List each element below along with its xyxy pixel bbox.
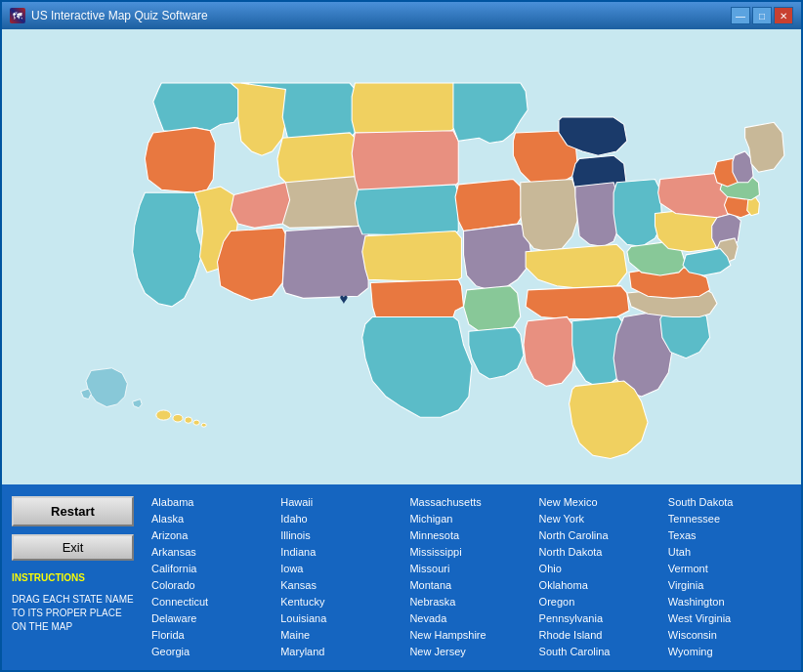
svg-marker-21 [464, 286, 521, 332]
state-item[interactable]: Alaska [151, 511, 276, 527]
svg-marker-14 [355, 185, 458, 236]
state-item[interactable]: North Carolina [539, 527, 664, 544]
state-item[interactable]: Illinois [280, 527, 405, 544]
state-item[interactable]: New Jersey [409, 644, 534, 660]
state-item[interactable]: Florida [151, 627, 276, 644]
svg-marker-7 [277, 133, 359, 183]
svg-marker-10 [217, 228, 285, 300]
state-item[interactable]: Washington [668, 594, 793, 610]
bottom-panel: Restart Exit INSTRUCTIONS DRAG EACH STAT… [2, 484, 801, 670]
state-item[interactable]: Delaware [151, 610, 276, 627]
svg-point-54 [173, 414, 183, 422]
state-item[interactable]: Oregon [539, 594, 664, 610]
states-column-5: South DakotaTennesseeTexasUtahVermontVir… [668, 494, 793, 660]
window-title: US Interactive Map Quiz Software [31, 9, 208, 22]
svg-marker-26 [521, 180, 577, 252]
state-item[interactable]: Pennsylvania [539, 610, 664, 627]
state-item[interactable]: California [151, 561, 276, 577]
svg-marker-13 [352, 131, 458, 189]
svg-point-57 [201, 423, 206, 427]
state-item[interactable]: Montana [409, 577, 534, 594]
states-column-3: MassachusettsMichiganMinnesotaMississipp… [409, 494, 534, 660]
state-item[interactable]: Louisiana [280, 610, 405, 627]
maximize-button[interactable]: □ [752, 7, 772, 24]
state-item[interactable]: Georgia [151, 644, 276, 660]
svg-marker-16 [370, 279, 463, 316]
state-item[interactable]: Oklahoma [539, 577, 664, 594]
svg-marker-19 [455, 180, 524, 231]
state-item[interactable]: Nebraska [409, 594, 534, 610]
state-item[interactable]: Alabama [151, 494, 276, 511]
state-item[interactable]: Arizona [151, 527, 276, 544]
state-item[interactable]: Minnesota [409, 527, 534, 544]
left-controls: Restart Exit INSTRUCTIONS DRAG EACH STAT… [2, 484, 144, 670]
state-item[interactable]: Indiana [280, 544, 405, 561]
state-item[interactable]: New Hampshire [409, 627, 534, 644]
state-item[interactable]: Utah [668, 544, 793, 561]
svg-point-53 [156, 410, 171, 420]
state-item[interactable]: Wyoming [668, 644, 793, 660]
state-item[interactable]: North Dakota [539, 544, 664, 561]
svg-marker-15 [362, 231, 462, 283]
state-item[interactable]: Massachusetts [409, 494, 534, 511]
svg-point-55 [185, 417, 192, 423]
instructions-header: INSTRUCTIONS [12, 572, 134, 583]
state-item[interactable]: Michigan [409, 511, 534, 527]
state-item[interactable]: Kentucky [280, 594, 405, 610]
map-area: ♥ [2, 29, 801, 484]
state-item[interactable]: Colorado [151, 577, 276, 594]
state-item[interactable]: Iowa [280, 561, 405, 577]
state-item[interactable]: Idaho [280, 511, 405, 527]
state-item[interactable]: South Dakota [668, 494, 793, 511]
state-item[interactable]: Tennessee [668, 511, 793, 527]
title-bar-left: 🗺 US Interactive Map Quiz Software [10, 8, 208, 23]
state-item[interactable]: Ohio [539, 561, 664, 577]
states-list: AlabamaAlaskaArizonaArkansasCaliforniaCo… [144, 484, 801, 670]
state-item[interactable]: Hawaii [280, 494, 405, 511]
state-item[interactable]: New York [539, 511, 664, 527]
svg-text:♥: ♥ [339, 291, 348, 307]
svg-marker-8 [279, 176, 365, 228]
state-item[interactable]: Vermont [668, 561, 793, 577]
us-map[interactable]: ♥ [2, 29, 801, 484]
state-item[interactable]: Mississippi [409, 544, 534, 561]
exit-button[interactable]: Exit [12, 534, 134, 561]
state-item[interactable]: Missouri [409, 561, 534, 577]
states-column-2: HawaiiIdahoIllinoisIndianaIowaKansasKent… [280, 494, 405, 660]
app-icon: 🗺 [10, 8, 25, 23]
states-column-4: New MexicoNew YorkNorth CarolinaNorth Da… [539, 494, 664, 660]
state-item[interactable]: New Mexico [539, 494, 664, 511]
state-item[interactable]: Connecticut [151, 594, 276, 610]
state-item[interactable]: Maryland [280, 644, 405, 660]
svg-marker-28 [613, 180, 662, 247]
state-item[interactable]: Kansas [280, 577, 405, 594]
svg-marker-27 [575, 183, 618, 247]
title-bar: 🗺 US Interactive Map Quiz Software — □ ✕ [2, 2, 801, 29]
state-item[interactable]: Texas [668, 527, 793, 544]
state-item[interactable]: South Carolina [539, 644, 664, 660]
state-item[interactable]: Wisconsin [668, 627, 793, 644]
svg-marker-12 [352, 83, 458, 133]
svg-point-56 [193, 420, 199, 425]
instructions-body: DRAG EACH STATE NAME TO ITS PROPER PLACE… [12, 593, 134, 634]
state-item[interactable]: Arkansas [151, 544, 276, 561]
state-item[interactable]: Virginia [668, 577, 793, 594]
minimize-button[interactable]: — [731, 7, 750, 24]
state-item[interactable]: Rhode Island [539, 627, 664, 644]
svg-marker-30 [526, 286, 629, 319]
states-column-1: AlabamaAlaskaArizonaArkansasCaliforniaCo… [151, 494, 276, 660]
main-window: 🗺 US Interactive Map Quiz Software — □ ✕ [0, 0, 803, 672]
title-bar-controls: — □ ✕ [731, 7, 793, 24]
state-item[interactable]: Nevada [409, 610, 534, 627]
svg-marker-11 [282, 226, 368, 298]
svg-marker-2 [145, 128, 215, 193]
state-item[interactable]: Maine [280, 627, 405, 644]
close-button[interactable]: ✕ [774, 7, 793, 24]
restart-button[interactable]: Restart [12, 496, 134, 526]
state-item[interactable]: West Virginia [668, 610, 793, 627]
